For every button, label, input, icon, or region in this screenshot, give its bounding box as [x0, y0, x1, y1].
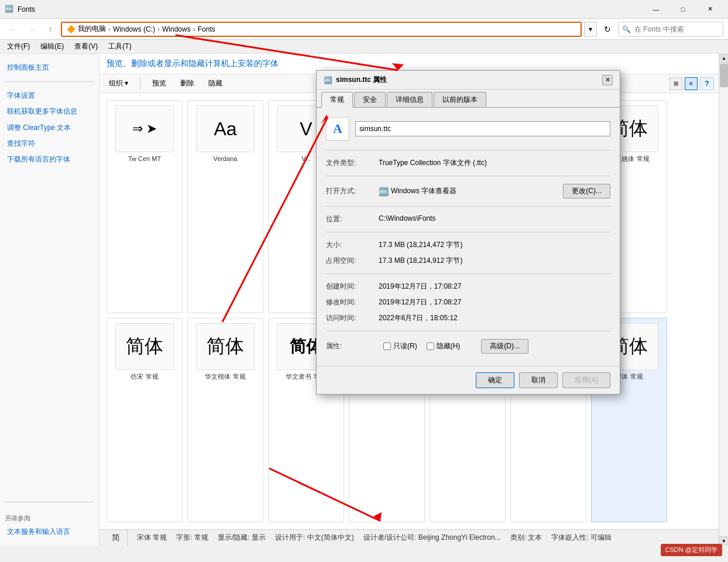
sidebar-link-font-settings[interactable]: 字体设置 — [5, 89, 94, 102]
font-label-twcenmt: Tw Cen MT — [128, 155, 161, 163]
title-bar: 🔤 Fonts — □ ✕ — [0, 0, 728, 19]
view-grid-button[interactable]: ⊞ — [669, 77, 682, 90]
hidden-checkbox[interactable] — [427, 342, 434, 350]
hide-button[interactable]: 隐藏 — [204, 77, 227, 90]
minimize-button[interactable]: — — [643, 0, 669, 19]
prop-label-location: 位置: — [326, 214, 379, 224]
font-preview-verdana: Aa — [196, 105, 255, 152]
font-item-huawenkaiti[interactable]: 简体 华文楷体 常规 — [187, 318, 263, 522]
prop-value-type: TrueType Collection 字体文件 (.ttc) — [379, 158, 610, 168]
prop-size-disk: 占用空间: 17.3 MB (18,214,912 字节) — [326, 253, 610, 269]
search-input[interactable] — [634, 25, 723, 33]
address-path[interactable]: 🔶 我的电脑 › Windows (C:) › Windows › Fonts — [61, 22, 582, 37]
font-label-huawenkaiti: 华文楷体 常规 — [205, 372, 245, 381]
search-icon: 🔍 — [619, 25, 634, 33]
file-name-input[interactable] — [355, 121, 610, 136]
dialog-tab-general[interactable]: 常规 — [321, 92, 353, 108]
organize-button[interactable]: 组织 ▾ — [104, 77, 133, 90]
view-controls: ⊞ ≡ ? — [669, 77, 714, 90]
content-title: 预览、删除或者显示和隐藏计算机上安装的字体 — [107, 59, 712, 69]
prop-value-location: C:\Windows\Fonts — [379, 214, 610, 222]
prop-label-accessed: 访问时间: — [326, 313, 379, 323]
sidebar-link-download[interactable]: 下载所有语言的字体 — [5, 153, 94, 166]
status-visibility: 显示/隐藏: 显示 — [218, 533, 266, 543]
sidebar-link-text-services[interactable]: 文本服务和输入语言 — [5, 525, 94, 539]
readonly-label: 只读(R) — [393, 341, 417, 351]
ok-button[interactable]: 确定 — [476, 372, 514, 388]
help-button[interactable]: ? — [700, 77, 714, 90]
refresh-button[interactable]: ↻ — [599, 21, 616, 37]
csdn-badge: CSDN @定邦同学 — [661, 544, 722, 556]
menu-edit[interactable]: 编辑(E) — [36, 40, 68, 53]
prop-label-type: 文件类型: — [326, 158, 379, 168]
scroll-thumb[interactable] — [720, 64, 728, 87]
menu-view[interactable]: 查看(V) — [70, 40, 102, 53]
hidden-label: 隐藏(H) — [437, 341, 461, 351]
sidebar-link-cleartype[interactable]: 调整 ClearType 文本 — [5, 121, 94, 135]
back-button[interactable]: ← — [5, 21, 21, 37]
path-segment-0: 我的电脑 — [78, 24, 106, 34]
font-item-twcenmt[interactable]: ⇒ ➤ Tw Cen MT — [107, 100, 183, 313]
cancel-button[interactable]: 取消 — [519, 372, 558, 388]
dialog-close-button[interactable]: ✕ — [602, 75, 613, 85]
dialog-title: 🔤 simsun.ttc 属性 — [324, 75, 387, 85]
menu-tools[interactable]: 工具(T) — [104, 40, 136, 53]
sidebar-link-home[interactable]: 控制面板主页 — [5, 61, 94, 74]
font-label-v: V... — [301, 155, 311, 163]
dialog-footer: 确定 取消 应用(A) — [317, 366, 620, 394]
font-item-verdana[interactable]: Aa Verdana — [187, 100, 263, 313]
prop-file-type: 文件类型: TrueType Collection 字体文件 (.ttc) — [326, 155, 610, 171]
preview-button[interactable]: 预览 — [147, 77, 171, 90]
prop-value-accessed: 2022年6月7日，18:05:12 — [379, 313, 610, 323]
path-segment-2: Windows — [162, 25, 191, 33]
window-controls[interactable]: — □ ✕ — [643, 0, 723, 19]
see-also-label: 另请参阅 — [5, 514, 94, 523]
menu-file[interactable]: 文件(F) — [2, 40, 35, 53]
status-bar: 简 宋体 常规 字形: 常规 显示/隐藏: 显示 设计用于: 中文(简体中文) … — [99, 529, 719, 546]
font-item-fangsong[interactable]: 简体 仿宋 常规 — [107, 318, 183, 522]
prop-accessed: 访问时间: 2022年6月7日，18:05:12 — [326, 310, 610, 326]
properties-dialog: 🔤 simsun.ttc 属性 ✕ 常规 安全 详细信息 以前的版本 A 文件类… — [316, 70, 620, 395]
app-title: Fonts — [18, 5, 35, 13]
font-preview-huawenkaiti: 简体 — [196, 323, 255, 370]
path-icon: 🔶 — [67, 25, 75, 33]
attr-label: 属性: — [326, 341, 379, 351]
address-dropdown[interactable]: ▾ — [584, 22, 597, 37]
up-button[interactable]: ↑ — [42, 21, 59, 37]
advanced-button[interactable]: 高级(D)... — [481, 339, 528, 354]
apply-button[interactable]: 应用(A) — [562, 372, 610, 388]
dialog-tab-security[interactable]: 安全 — [354, 92, 386, 107]
font-viewer-icon: 🔤 — [379, 187, 389, 196]
scroll-track — [719, 63, 728, 536]
title-bar-left: 🔤 Fonts — [5, 5, 35, 14]
readonly-checkbox[interactable] — [383, 342, 391, 350]
sidebar: 控制面板主页 字体设置 联机获取更多字体信息 调整 ClearType 文本 查… — [0, 54, 99, 546]
dialog-title-bar: 🔤 simsun.ttc 属性 ✕ — [317, 71, 620, 90]
attributes-row: 属性: 只读(R) 隐藏(H) 高级(D)... — [326, 336, 610, 357]
scroll-up-button[interactable]: ▲ — [719, 54, 728, 63]
attr-hidden[interactable]: 隐藏(H) — [427, 339, 461, 354]
forward-button[interactable]: → — [23, 21, 40, 37]
app-icon: 🔤 — [5, 5, 14, 14]
font-label-verdana: Verdana — [214, 155, 238, 163]
change-button[interactable]: 更改(C)... — [563, 184, 610, 198]
path-segment-3: Fonts — [198, 25, 215, 33]
attr-checkboxes: 只读(R) 隐藏(H) 高级(D)... — [383, 339, 528, 354]
close-button[interactable]: ✕ — [696, 0, 723, 19]
dialog-tab-details[interactable]: 详细信息 — [387, 92, 432, 107]
attr-readonly[interactable]: 只读(R) — [383, 339, 417, 354]
maximize-button[interactable]: □ — [669, 0, 696, 19]
dialog-tab-previous[interactable]: 以前的版本 — [434, 92, 486, 107]
sidebar-link-online-fonts[interactable]: 联机获取更多字体信息 — [5, 105, 94, 118]
prop-value-size-disk: 17.3 MB (18,214,912 字节) — [379, 256, 610, 266]
delete-button[interactable]: 删除 — [176, 77, 199, 90]
prop-label-size-disk: 占用空间: — [326, 256, 379, 266]
status-preview-char: 简 — [104, 530, 128, 546]
search-box: 🔍 — [618, 22, 723, 37]
prop-label-created: 创建时间: — [326, 282, 379, 292]
view-list-button[interactable]: ≡ — [685, 77, 698, 90]
prop-label-modified: 修改时间: — [326, 297, 379, 307]
prop-value-size: 17.3 MB (18,214,472 字节) — [379, 240, 610, 250]
sidebar-link-find-char[interactable]: 查找字符 — [5, 137, 94, 150]
prop-created: 创建时间: 2019年12月7日，17:08:27 — [326, 279, 610, 294]
